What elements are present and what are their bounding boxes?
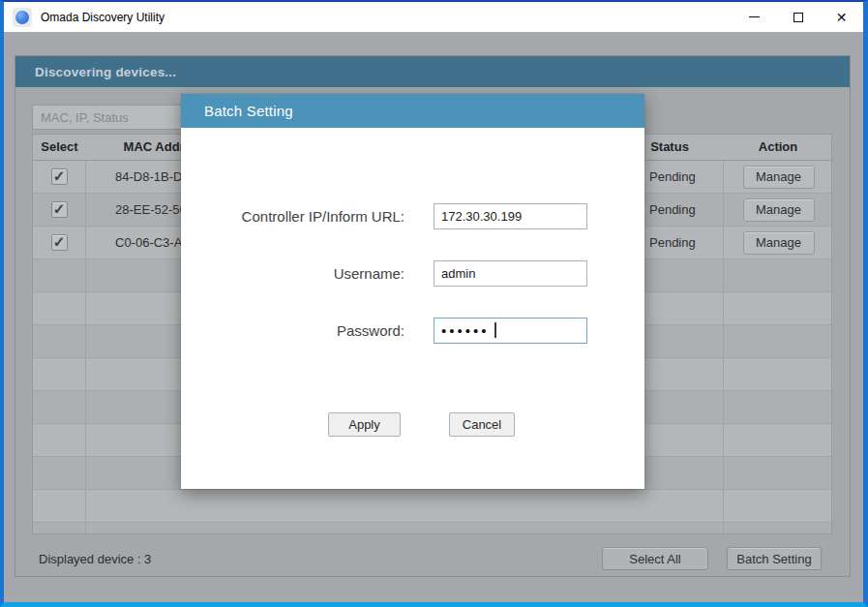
checkbox[interactable]: ✓ — [51, 234, 68, 251]
controller-url-input[interactable] — [434, 203, 587, 229]
titlebar[interactable]: Omada Discovery Utility ✕ — [4, 2, 863, 32]
action-cell: Manage — [723, 194, 832, 226]
table-row-empty — [33, 523, 831, 534]
dialog-title: Batch Setting — [204, 103, 293, 119]
column-header-select: Select — [33, 135, 86, 160]
table-row-empty — [33, 490, 831, 523]
controller-url-label: Controller IP/Inform URL: — [181, 203, 404, 229]
close-button[interactable]: ✕ — [820, 2, 863, 32]
password-row: Password: — [181, 318, 644, 344]
discovery-status-text: Discovering devices... — [35, 65, 176, 79]
manage-button[interactable]: Manage — [743, 231, 815, 255]
close-icon: ✕ — [836, 11, 848, 24]
checkbox[interactable]: ✓ — [51, 168, 68, 185]
column-header-action: Action — [723, 135, 832, 160]
app-icon — [13, 8, 32, 27]
text-cursor — [494, 322, 496, 338]
username-input[interactable] — [434, 260, 587, 287]
controller-url-row: Controller IP/Inform URL: — [181, 203, 644, 229]
window-controls: ✕ — [733, 2, 863, 32]
maximize-icon — [793, 13, 803, 22]
check-icon: ✓ — [53, 201, 66, 216]
manage-button[interactable]: Manage — [743, 198, 815, 222]
select-all-button[interactable]: Select All — [602, 547, 708, 570]
app-window: Omada Discovery Utility ✕ Discovering de… — [0, 0, 868, 607]
window-title: Omada Discovery Utility — [41, 11, 165, 24]
batch-setting-dialog: Batch Setting Controller IP/Inform URL: … — [181, 94, 644, 489]
check-icon: ✓ — [53, 168, 66, 183]
username-row: Username: — [181, 260, 644, 287]
password-field-wrapper — [434, 318, 587, 344]
dialog-titlebar: Batch Setting — [181, 94, 644, 128]
displayed-device-count: Displayed device : 3 — [39, 552, 151, 566]
manage-button[interactable]: Manage — [743, 166, 815, 189]
check-icon: ✓ — [53, 234, 66, 249]
maximize-button[interactable] — [776, 2, 820, 32]
action-cell: Manage — [723, 227, 832, 258]
password-input[interactable] — [434, 318, 587, 344]
minimize-button[interactable] — [733, 2, 776, 32]
action-cell: Manage — [723, 161, 832, 193]
minimize-icon — [749, 16, 760, 17]
batch-setting-button[interactable]: Batch Setting — [727, 547, 822, 570]
select-cell: ✓ — [33, 227, 86, 258]
client-area: Discovering devices... Select MAC Addres… — [4, 32, 863, 602]
select-cell: ✓ — [33, 194, 86, 226]
select-cell: ✓ — [33, 161, 86, 193]
discovery-status-bar: Discovering devices... — [15, 56, 850, 87]
username-label: Username: — [181, 260, 404, 287]
password-label: Password: — [181, 318, 404, 344]
omada-logo-icon — [15, 11, 29, 24]
apply-button[interactable]: Apply — [328, 412, 401, 437]
cancel-button[interactable]: Cancel — [449, 412, 515, 437]
checkbox[interactable]: ✓ — [51, 201, 68, 218]
